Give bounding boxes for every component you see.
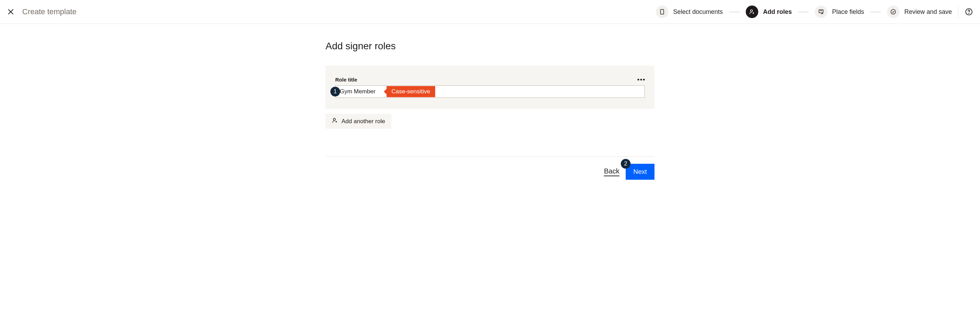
step-connector [729,12,740,12]
step-review-save[interactable]: Review and save [887,6,952,18]
step-label: Add roles [763,8,792,16]
person-add-icon [332,117,338,125]
step-connector [798,12,808,12]
page-breadcrumb-title: Create template [22,7,77,16]
svg-rect-2 [660,10,663,14]
header-left: Create template [7,7,77,16]
check-circle-icon [887,6,899,18]
help-icon[interactable] [965,8,973,16]
case-sensitive-tooltip: Case-sensitive [387,86,435,97]
back-button[interactable]: Back [604,167,619,176]
page-title: Add signer roles [326,41,654,52]
add-role-label: Add another role [342,118,385,125]
header: Create template Select documents [0,0,980,24]
svg-point-8 [891,10,896,14]
document-icon [656,6,668,18]
svg-point-3 [750,10,752,12]
next-button[interactable]: Next [626,164,654,180]
step-label: Review and save [904,8,952,16]
field-icon [815,6,827,18]
footer-actions: Back 2 Next [326,156,654,180]
role-title-input[interactable] [335,85,645,98]
role-card-header: Role title [335,77,645,83]
more-options-icon[interactable] [638,79,645,81]
role-card: Role title 1 Case-sensitive [326,65,654,109]
svg-point-11 [334,118,336,120]
main-content: Add signer roles Role title 1 Case-sensi… [326,24,654,180]
person-add-icon [746,6,758,18]
svg-point-10 [969,13,969,14]
step-label: Place fields [832,8,864,16]
role-title-label: Role title [335,77,357,83]
next-button-wrap: 2 Next [626,164,654,180]
step-connector [870,12,881,12]
svg-rect-6 [819,10,823,13]
step-label: Select documents [673,8,723,16]
wizard-steps: Select documents Add roles [656,6,952,18]
step-add-roles[interactable]: Add roles [746,6,792,18]
step-place-fields[interactable]: Place fields [815,6,864,18]
annotation-badge-2: 2 [621,159,630,169]
step-select-documents[interactable]: Select documents [656,6,723,18]
header-right: Select documents Add roles [656,5,973,19]
close-icon[interactable] [7,8,14,16]
add-another-role-button[interactable]: Add another role [326,114,391,129]
role-input-wrap: 1 Case-sensitive [335,85,645,98]
annotation-badge-1: 1 [330,87,340,97]
